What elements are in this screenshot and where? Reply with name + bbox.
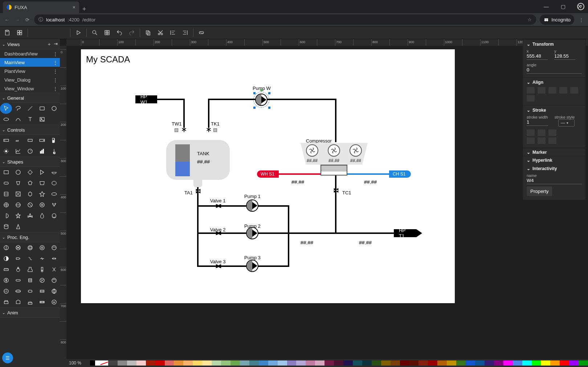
- fab-menu[interactable]: ☰: [2, 352, 13, 363]
- shape-tool-4[interactable]: [48, 167, 60, 178]
- link-icon[interactable]: [196, 28, 207, 38]
- proceng-tool-16[interactable]: [12, 275, 24, 286]
- color-swatch[interactable]: [240, 360, 249, 366]
- valve-3[interactable]: [215, 263, 222, 269]
- ctrl-value[interactable]: ##: [12, 135, 24, 146]
- color-swatch[interactable]: [108, 360, 118, 366]
- color-swatch[interactable]: [334, 360, 343, 366]
- interactivity-header[interactable]: ⌄Interactivity: [527, 166, 582, 171]
- pump-1[interactable]: [246, 199, 258, 212]
- shape-tool-9[interactable]: [48, 178, 60, 189]
- color-swatch[interactable]: [494, 360, 503, 366]
- valve-1[interactable]: [215, 203, 222, 209]
- y-input[interactable]: 128.55: [554, 53, 575, 60]
- proceng-tool-23[interactable]: [36, 286, 48, 297]
- color-swatch[interactable]: [400, 360, 409, 366]
- color-swatch[interactable]: [174, 360, 183, 366]
- shape-tool-26[interactable]: [12, 221, 24, 232]
- proceng-tool-24[interactable]: [48, 286, 60, 297]
- pipe[interactable]: [335, 99, 336, 142]
- join-round-icon[interactable]: [538, 137, 546, 144]
- tool-lasso[interactable]: [12, 103, 24, 114]
- tool-rect[interactable]: [36, 103, 48, 114]
- shape-tool-8[interactable]: [36, 178, 48, 189]
- pipe[interactable]: [288, 205, 289, 267]
- color-swatch[interactable]: [165, 360, 174, 366]
- proceng-tool-11[interactable]: [12, 264, 24, 275]
- color-swatch[interactable]: [362, 360, 372, 366]
- color-swatch[interactable]: [268, 360, 278, 366]
- ctrl-thermo[interactable]: [48, 146, 60, 157]
- align-left-icon[interactable]: [527, 87, 535, 94]
- proceng-tool-7[interactable]: [24, 253, 36, 264]
- tool-pointer[interactable]: [0, 103, 12, 114]
- copy-icon[interactable]: [143, 28, 153, 38]
- color-swatch[interactable]: [503, 360, 513, 366]
- color-swatch[interactable]: [95, 360, 100, 366]
- shape-tool-17[interactable]: [24, 199, 36, 210]
- color-swatch[interactable]: [343, 360, 353, 366]
- proceng-tool-18[interactable]: [36, 275, 48, 286]
- hyperlink-header[interactable]: ⌄Hyperlink: [523, 156, 585, 164]
- help-icon[interactable]: ?: [577, 3, 584, 10]
- color-swatch[interactable]: [287, 360, 297, 366]
- proceng-header[interactable]: ⌄Proc. Eng.: [0, 232, 60, 242]
- color-swatch[interactable]: [418, 360, 428, 366]
- color-swatch[interactable]: [409, 360, 419, 366]
- view-item-dashboard[interactable]: DashboardView⋮: [0, 49, 60, 58]
- cap-square-icon[interactable]: [548, 129, 556, 136]
- add-view-icon[interactable]: ＋: [47, 41, 52, 48]
- shape-tool-13[interactable]: [36, 189, 48, 199]
- color-swatch[interactable]: [315, 360, 324, 366]
- pipe-cold[interactable]: [347, 173, 389, 175]
- undo-icon[interactable]: [114, 28, 124, 38]
- proceng-tool-1[interactable]: [12, 242, 24, 253]
- proceng-tool-25[interactable]: [0, 297, 12, 308]
- pump-w[interactable]: [255, 94, 268, 106]
- color-swatch[interactable]: [249, 360, 259, 366]
- proceng-tool-3[interactable]: [36, 242, 48, 253]
- tool-image[interactable]: [36, 114, 48, 125]
- stroke-header[interactable]: ⌄Stroke: [527, 108, 582, 113]
- star-icon[interactable]: ☆: [527, 17, 532, 22]
- minimize-icon[interactable]: —: [538, 0, 555, 13]
- align-bottom-icon[interactable]: [570, 87, 578, 94]
- shape-tool-14[interactable]: [48, 189, 60, 199]
- ctrl-led[interactable]: [0, 146, 12, 157]
- color-swatch[interactable]: [306, 360, 315, 366]
- shape-tool-20[interactable]: [0, 210, 12, 221]
- save-icon[interactable]: [2, 28, 12, 38]
- color-swatch[interactable]: [437, 360, 447, 366]
- more-icon[interactable]: ⋮: [53, 86, 58, 91]
- color-swatch[interactable]: [522, 360, 532, 366]
- valve-tw1[interactable]: [181, 126, 187, 133]
- proceng-tool-2[interactable]: [24, 242, 36, 253]
- color-swatch[interactable]: [391, 360, 400, 366]
- pipe[interactable]: [197, 232, 397, 234]
- transform-header[interactable]: ⌄Transform: [527, 42, 582, 47]
- join-miter-icon[interactable]: [527, 137, 535, 144]
- ctrl-gauge[interactable]: [24, 146, 36, 157]
- ctrl-select[interactable]: [36, 135, 48, 146]
- proceng-tool-6[interactable]: [12, 253, 24, 264]
- tag-hp-t1[interactable]: HP T1: [394, 229, 416, 237]
- proceng-tool-19[interactable]: [48, 275, 60, 286]
- proceng-tool-14[interactable]: [48, 264, 60, 275]
- color-swatch[interactable]: [485, 360, 494, 366]
- color-swatch[interactable]: [90, 360, 95, 366]
- view-item-plant[interactable]: PlantView⋮: [0, 67, 60, 75]
- tool-circle[interactable]: [48, 103, 60, 114]
- pipe-hot[interactable]: [279, 173, 320, 175]
- shape-tool-5[interactable]: [0, 178, 12, 189]
- color-swatch[interactable]: [456, 360, 466, 366]
- export-icon[interactable]: [15, 28, 25, 38]
- color-swatch[interactable]: [259, 360, 268, 366]
- align-right-icon[interactable]: [548, 87, 556, 94]
- pipe[interactable]: [208, 99, 255, 100]
- stage[interactable]: My SCADA HP W1 Pump W TW1: [66, 46, 588, 359]
- color-swatch[interactable]: [513, 360, 522, 366]
- more-icon[interactable]: ⋮: [53, 60, 58, 65]
- proceng-tool-21[interactable]: [12, 286, 24, 297]
- pipe[interactable]: [197, 187, 199, 267]
- cap-butt-icon[interactable]: [527, 129, 535, 136]
